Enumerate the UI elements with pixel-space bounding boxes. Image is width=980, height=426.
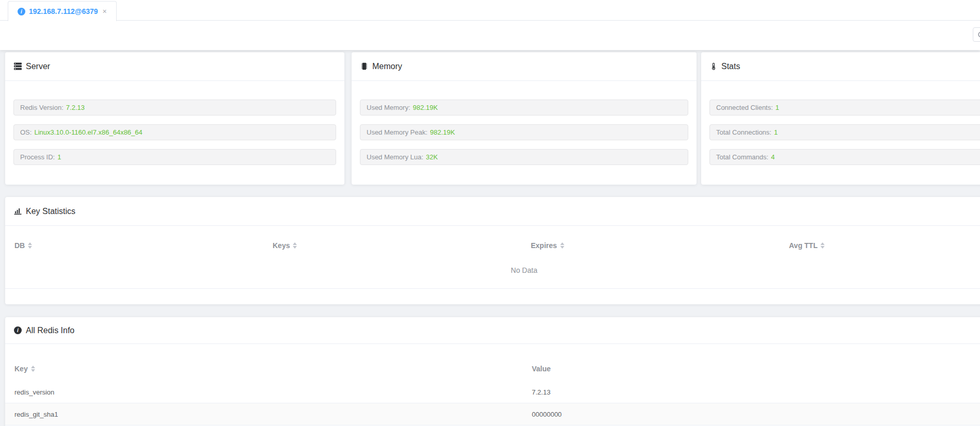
column-label: Avg TTL [789,241,817,250]
memory-card-header: Memory [352,52,697,81]
all-redis-info-table-header: Key Value [5,356,980,381]
field-value: 1 [774,128,778,136]
all-redis-info-title: All Redis Info [26,326,74,335]
field-label: Total Connections: [716,128,771,136]
key-statistics-title: Key Statistics [26,207,75,216]
column-header-db[interactable]: DB [5,241,263,250]
close-icon[interactable]: × [103,8,107,15]
field-value: 7.2.13 [66,104,85,111]
no-data-text: No Data [511,266,537,274]
field-label: Total Commands: [716,153,768,161]
field-value: 4 [771,153,774,161]
memory-card-body: Used Memory:982.19K Used Memory Peak:982… [352,81,697,165]
sort-caret-icon[interactable] [820,242,825,249]
field-label: Redis Version: [20,104,64,111]
field-value: 32K [426,153,438,161]
memory-card: Memory Used Memory:982.19K Used Memory P… [352,52,697,185]
field-label: Connected Clients: [716,104,773,111]
stats-card-header: Stats [701,52,980,81]
field-label: Process ID: [20,153,55,161]
tab-label: 192.168.7.112@6379 [29,7,98,15]
refresh-button[interactable] [973,27,980,42]
table-row[interactable]: redis_git_sha1 00000000 [5,403,980,425]
info-circle-icon: i [18,8,25,15]
bar-chart-icon [14,207,22,215]
cell-key: redis_version [5,388,528,396]
tab-bar: i 192.168.7.112@6379 × [0,0,980,21]
sort-caret-icon[interactable] [28,242,32,249]
server-icon [14,62,22,70]
sort-caret-icon[interactable] [560,242,564,249]
field-label: OS: [20,128,31,136]
all-redis-info-card: i All Redis Info Key Value redis_version… [5,317,980,426]
field-value: 982.19K [430,128,455,136]
column-header-avg-ttl[interactable]: Avg TTL [780,241,980,250]
column-label: DB [14,241,25,250]
field-value: 1 [776,104,779,111]
cell-value: 7.2.13 [528,388,980,396]
column-header-expires[interactable]: Expires [521,241,780,250]
server-card-body: Redis Version:7.2.13 OS:Linux3.10.0-1160… [5,81,344,165]
memory-chip-icon [360,62,368,70]
sort-caret-icon[interactable] [31,366,35,372]
refresh-icon [977,31,980,38]
total-connections-field: Total Connections:1 [709,124,980,140]
server-card-title: Server [26,62,50,71]
field-label: Used Memory: [367,104,410,111]
server-card-header: Server [5,52,344,81]
table-row[interactable]: redis_version 7.2.13 [5,381,980,403]
connected-clients-field: Connected Clients:1 [709,100,980,116]
key-statistics-table-header: DB Keys Expires Avg TTL [5,241,980,250]
stats-card: Stats Connected Clients:1 Total Connecti… [701,52,980,185]
column-header-key[interactable]: Key [5,365,528,373]
field-value: 982.19K [413,104,438,111]
memory-card-title: Memory [372,62,402,71]
cell-key: redis_git_sha1 [5,411,528,418]
server-card: Server Redis Version:7.2.13 OS:Linux3.10… [5,52,344,185]
used-memory-lua-field: Used Memory Lua:32K [360,149,688,165]
info-icon: i [14,326,22,334]
field-value: 1 [57,153,61,161]
column-label: Key [14,365,28,373]
redis-version-field: Redis Version:7.2.13 [13,100,336,116]
used-memory-field: Used Memory:982.19K [360,100,688,116]
stats-card-title: Stats [721,62,740,71]
thermometer-icon [710,62,717,70]
all-redis-info-header: i All Redis Info [5,317,980,344]
content-area: Server Redis Version:7.2.13 OS:Linux3.10… [0,50,980,426]
column-header-keys[interactable]: Keys [263,241,521,250]
os-field: OS:Linux3.10.0-1160.el7.x86_64x86_64 [13,124,336,140]
stats-card-body: Connected Clients:1 Total Connections:1 … [701,81,980,165]
connection-tab[interactable]: i 192.168.7.112@6379 × [8,1,117,21]
field-label: Used Memory Peak: [367,128,428,136]
field-value: Linux3.10.0-1160.el7.x86_64x86_64 [34,128,142,136]
sort-caret-icon[interactable] [293,242,297,249]
field-label: Used Memory Lua: [367,153,423,161]
column-label: Value [532,365,551,373]
empty-state: No Data [5,252,980,289]
column-header-value: Value [528,365,980,373]
column-label: Keys [273,241,290,250]
used-memory-peak-field: Used Memory Peak:982.19K [360,124,688,140]
total-commands-field: Total Commands:4 [709,149,980,165]
key-statistics-header: Key Statistics [5,197,980,226]
process-id-field: Process ID:1 [13,149,336,165]
cell-value: 00000000 [528,411,980,418]
key-statistics-card: Key Statistics DB Keys Expires Avg TTL [5,197,980,304]
toolbar [0,21,980,50]
column-label: Expires [531,241,557,250]
